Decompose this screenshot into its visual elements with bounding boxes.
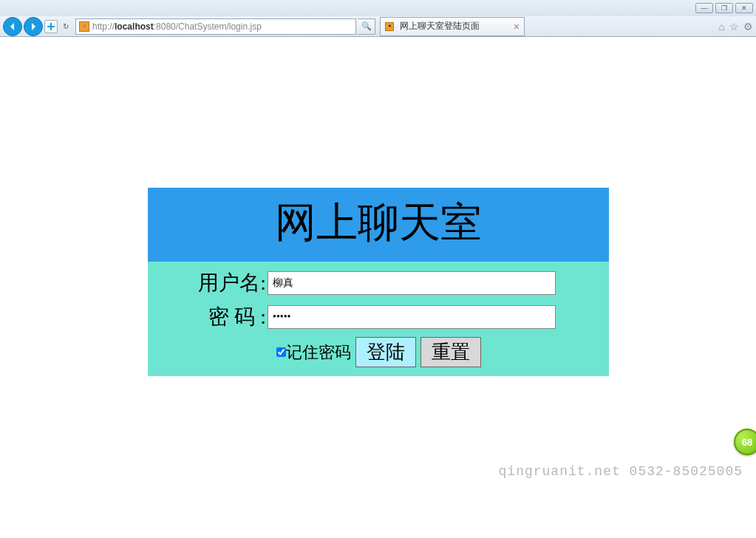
settings-icon[interactable]: ⚙ [743, 21, 753, 33]
remember-checkbox-wrap[interactable]: 记住密码 [276, 341, 351, 364]
username-input[interactable] [268, 271, 556, 295]
home-icon[interactable]: ⌂ [719, 21, 725, 33]
remember-label: 记住密码 [286, 341, 351, 364]
search-icon: 🔍 [361, 21, 372, 31]
browser-tab-active[interactable]: ✶ 网上聊天室登陆页面 × [380, 17, 525, 36]
login-panel: 网上聊天室 用户名: 密 码 : 记住密码 登陆 重置 [148, 188, 609, 376]
login-title: 网上聊天室 [148, 188, 609, 262]
password-input[interactable] [268, 305, 556, 329]
refresh-icon: ↻ [63, 22, 69, 30]
arrow-right-icon [29, 22, 38, 31]
favorites-icon[interactable]: ☆ [729, 21, 739, 33]
arrow-left-icon [8, 22, 17, 31]
plus-icon [47, 23, 55, 30]
form-actions: 记住密码 登陆 重置 [148, 337, 609, 367]
login-button[interactable]: 登陆 [355, 337, 416, 367]
username-row: 用户名: [148, 269, 609, 297]
tab-favicon-icon: ✶ [385, 22, 394, 31]
watermark-text: qingruanit.net 0532-85025005 [499, 464, 743, 479]
login-form: 用户名: 密 码 : 记住密码 登陆 重置 [148, 262, 609, 376]
refresh-button[interactable]: ↻ [59, 20, 72, 33]
reset-button[interactable]: 重置 [420, 337, 481, 367]
window-title-bar: — ❐ ✕ [0, 0, 756, 16]
url-host: localhost [115, 21, 154, 32]
search-button[interactable]: 🔍 [358, 18, 375, 35]
floating-badge[interactable]: 68 [734, 429, 756, 455]
tab-close-button[interactable]: × [514, 21, 520, 33]
url-path: :8080/ChatSystem/login.jsp [154, 21, 262, 32]
window-minimize-button[interactable]: — [695, 3, 713, 13]
new-tab-button[interactable] [44, 20, 58, 33]
nav-back-button[interactable] [3, 17, 22, 36]
tab-title: 网上聊天室登陆页面 [400, 20, 480, 33]
favicon-icon: ✶ [79, 21, 89, 32]
browser-right-controls: ⌂ ☆ ⚙ [719, 21, 753, 33]
window-maximize-button[interactable]: ❐ [715, 3, 733, 13]
page-content: 网上聊天室 用户名: 密 码 : 记住密码 登陆 重置 qingruanit.n… [0, 37, 756, 538]
nav-forward-button[interactable] [24, 17, 43, 36]
address-bar[interactable]: ✶ http://localhost:8080/ChatSystem/login… [75, 18, 356, 35]
password-row: 密 码 : [148, 303, 609, 331]
password-label: 密 码 : [148, 303, 268, 331]
username-label: 用户名: [148, 269, 268, 297]
browser-toolbar: ↻ ✶ http://localhost:8080/ChatSystem/log… [0, 16, 756, 37]
url-prefix: http:// [92, 21, 115, 32]
remember-checkbox[interactable] [276, 347, 286, 357]
window-close-button[interactable]: ✕ [735, 3, 753, 13]
